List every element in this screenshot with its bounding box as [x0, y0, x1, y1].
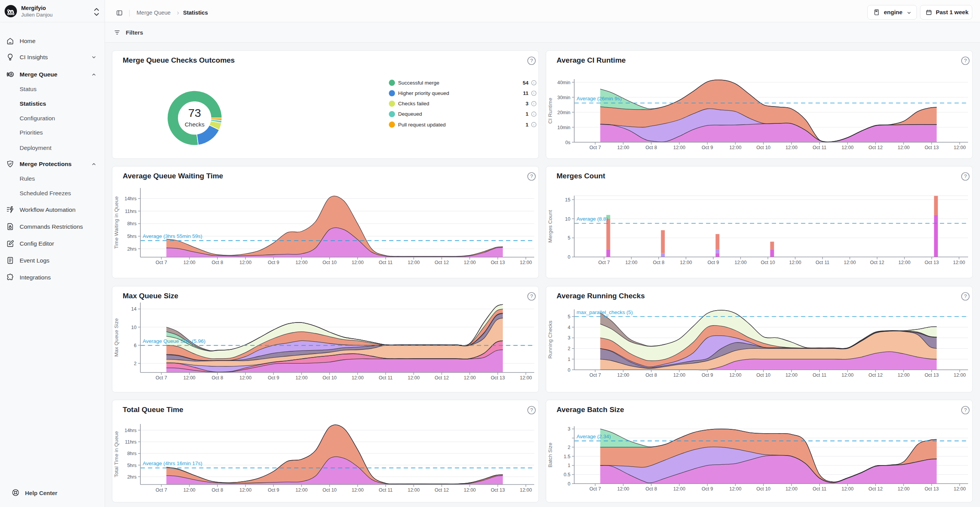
svg-text:i: i — [533, 102, 534, 105]
svg-text:3: 3 — [568, 426, 570, 432]
svg-text:Oct 12: Oct 12 — [435, 375, 449, 381]
svg-text:12:00: 12:00 — [352, 260, 363, 265]
svg-text:Oct 13: Oct 13 — [491, 375, 505, 381]
svg-text:3: 3 — [568, 335, 570, 341]
svg-text:12:00: 12:00 — [183, 487, 195, 493]
svg-text:Dequeued: Dequeued — [398, 111, 422, 117]
svg-text:Merges Count: Merges Count — [547, 210, 553, 243]
svg-text:0: 0 — [568, 254, 570, 260]
svg-text:20min: 20min — [557, 110, 570, 115]
svg-text:Average (8.8): Average (8.8) — [577, 216, 608, 222]
svg-text:12:00: 12:00 — [464, 487, 476, 493]
svg-text:Oct 13: Oct 13 — [925, 486, 939, 492]
svg-text:Oct 7: Oct 7 — [598, 260, 610, 265]
svg-text:Oct 8: Oct 8 — [653, 260, 665, 265]
svg-text:12:00: 12:00 — [954, 486, 966, 492]
svg-text:2: 2 — [134, 361, 137, 366]
svg-text:8hrs: 8hrs — [127, 451, 137, 456]
svg-text:12:00: 12:00 — [785, 486, 797, 492]
svg-text:5: 5 — [568, 314, 570, 319]
svg-text:0s: 0s — [565, 140, 570, 145]
svg-text:Oct 11: Oct 11 — [813, 486, 827, 492]
svg-text:11: 11 — [523, 90, 529, 96]
svg-text:2hrs: 2hrs — [127, 246, 137, 252]
svg-text:12:00: 12:00 — [408, 375, 420, 381]
svg-text:12:00: 12:00 — [844, 260, 856, 265]
svg-text:12:00: 12:00 — [625, 260, 637, 265]
svg-text:12:00: 12:00 — [729, 372, 741, 378]
svg-text:15: 15 — [565, 197, 570, 203]
svg-text:12:00: 12:00 — [183, 260, 195, 265]
svg-text:Batch Size: Batch Size — [547, 442, 553, 467]
svg-text:1.5: 1.5 — [564, 454, 570, 459]
svg-text:10: 10 — [131, 325, 137, 330]
svg-text:Oct 8: Oct 8 — [645, 486, 657, 492]
svg-text:12:00: 12:00 — [898, 260, 910, 265]
svg-text:Oct 9: Oct 9 — [702, 372, 713, 378]
svg-text:10min: 10min — [557, 125, 570, 130]
svg-text:Oct 13: Oct 13 — [491, 260, 505, 265]
svg-text:Oct 13: Oct 13 — [925, 372, 939, 378]
svg-text:Oct 7: Oct 7 — [156, 375, 167, 381]
svg-text:Oct 7: Oct 7 — [590, 145, 601, 150]
svg-text:Oct 8: Oct 8 — [212, 375, 223, 381]
svg-text:Oct 11: Oct 11 — [813, 145, 827, 150]
svg-text:Total Time in Queue: Total Time in Queue — [113, 431, 119, 477]
svg-text:Oct 8: Oct 8 — [645, 145, 657, 150]
svg-text:Checks failed: Checks failed — [398, 101, 429, 106]
svg-text:12:00: 12:00 — [953, 260, 965, 265]
svg-text:Oct 12: Oct 12 — [435, 487, 449, 493]
svg-text:Average Queue Size (5.96): Average Queue Size (5.96) — [143, 338, 205, 344]
svg-text:0: 0 — [568, 481, 570, 487]
svg-text:12:00: 12:00 — [729, 145, 741, 150]
svg-text:12:00: 12:00 — [295, 375, 307, 381]
svg-text:12:00: 12:00 — [240, 487, 252, 493]
svg-text:6: 6 — [134, 343, 137, 348]
svg-text:Oct 10: Oct 10 — [322, 487, 337, 493]
svg-text:12:00: 12:00 — [617, 372, 629, 378]
svg-text:Oct 9: Oct 9 — [268, 487, 279, 493]
svg-text:12:00: 12:00 — [240, 260, 252, 265]
svg-text:Oct 9: Oct 9 — [268, 260, 279, 265]
svg-text:12:00: 12:00 — [673, 486, 685, 492]
svg-text:Oct 12: Oct 12 — [868, 145, 883, 150]
svg-text:Oct 10: Oct 10 — [756, 486, 770, 492]
svg-text:11hrs: 11hrs — [125, 209, 137, 214]
svg-text:Oct 7: Oct 7 — [590, 372, 601, 378]
svg-text:5hrs: 5hrs — [127, 463, 137, 468]
svg-text:12:00: 12:00 — [295, 260, 307, 265]
svg-text:73: 73 — [188, 106, 201, 119]
svg-text:Average (4hrs 16min 17s): Average (4hrs 16min 17s) — [143, 460, 202, 466]
svg-text:Oct 11: Oct 11 — [379, 487, 393, 493]
svg-text:12:00: 12:00 — [842, 145, 853, 150]
svg-text:5: 5 — [568, 235, 570, 241]
svg-text:Oct 12: Oct 12 — [870, 260, 884, 265]
svg-text:Oct 11: Oct 11 — [379, 260, 393, 265]
svg-text:11hrs: 11hrs — [125, 439, 137, 445]
svg-text:2: 2 — [568, 445, 570, 450]
svg-text:Oct 7: Oct 7 — [156, 260, 167, 265]
svg-text:1: 1 — [525, 122, 528, 128]
svg-text:12:00: 12:00 — [183, 375, 195, 381]
svg-text:Oct 10: Oct 10 — [322, 260, 337, 265]
svg-text:12:00: 12:00 — [785, 372, 797, 378]
svg-text:Oct 11: Oct 11 — [379, 375, 393, 381]
svg-text:i: i — [533, 81, 534, 85]
svg-text:Oct 8: Oct 8 — [212, 260, 223, 265]
svg-text:Oct 13: Oct 13 — [925, 260, 939, 265]
svg-text:4: 4 — [568, 325, 570, 330]
svg-text:12:00: 12:00 — [520, 375, 532, 381]
svg-text:12:00: 12:00 — [352, 375, 363, 381]
svg-text:Max Queue Size: Max Queue Size — [113, 318, 119, 357]
svg-text:Oct 12: Oct 12 — [868, 372, 883, 378]
svg-text:0.5: 0.5 — [564, 472, 570, 477]
svg-text:10: 10 — [565, 216, 570, 222]
svg-text:Oct 13: Oct 13 — [925, 145, 939, 150]
svg-text:12:00: 12:00 — [673, 372, 685, 378]
svg-text:12:00: 12:00 — [898, 486, 910, 492]
svg-text:i: i — [533, 123, 534, 126]
svg-text:Oct 8: Oct 8 — [645, 372, 657, 378]
svg-text:2hrs: 2hrs — [127, 474, 137, 480]
svg-text:5hrs: 5hrs — [127, 234, 137, 239]
svg-text:1: 1 — [568, 463, 570, 468]
